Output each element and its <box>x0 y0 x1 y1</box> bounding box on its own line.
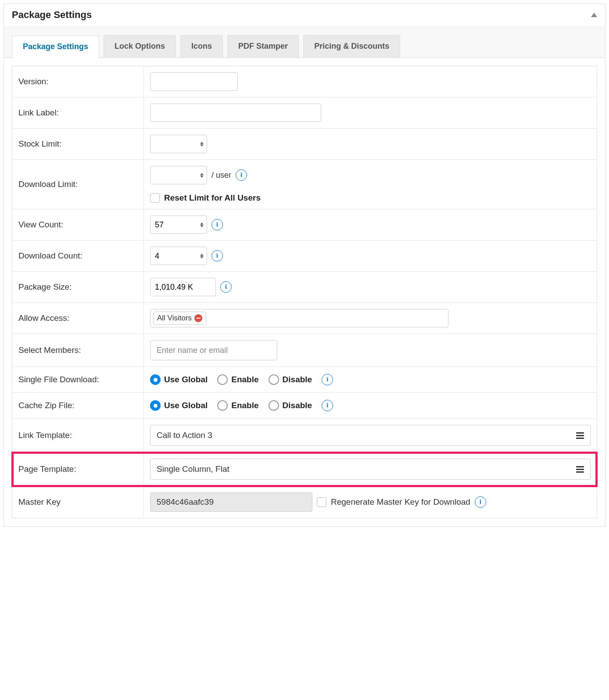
row-download-count: Download Count: i <box>12 241 597 272</box>
page-template-select[interactable]: Single Column, Flat <box>150 459 591 480</box>
radio-label: Enable <box>231 401 258 410</box>
row-link-template: Link Template: Call to Action 3 <box>12 419 597 452</box>
radio-czf-use-global[interactable] <box>150 400 161 411</box>
label-download-count: Download Count: <box>12 241 144 271</box>
row-download-limit: Download Limit: / user i Reset Limit for… <box>12 160 597 209</box>
link-label-input[interactable] <box>150 104 321 122</box>
label-link-label: Link Label: <box>12 97 144 128</box>
tab-pdf-stamper[interactable]: PDF Stamper <box>227 35 299 57</box>
link-template-value: Call to Action 3 <box>157 431 212 440</box>
reset-limit-label: Reset Limit for All Users <box>164 193 261 203</box>
view-count-input[interactable] <box>150 215 207 234</box>
radio-label: Disable <box>283 375 312 384</box>
label-allow-access: Allow Access: <box>12 303 144 334</box>
row-package-size: Package Size: i <box>12 272 597 303</box>
link-template-select[interactable]: Call to Action 3 <box>150 425 591 446</box>
radio-czf-enable[interactable] <box>217 400 228 411</box>
collapse-toggle-icon[interactable] <box>591 13 597 17</box>
master-key-value: 5984c46aafc39 <box>150 492 312 512</box>
row-version: Version: <box>12 66 597 97</box>
radio-label: Enable <box>231 375 258 384</box>
info-icon[interactable]: i <box>220 281 232 293</box>
info-icon[interactable]: i <box>475 496 486 508</box>
label-page-template: Page Template: <box>12 452 144 486</box>
info-icon[interactable]: i <box>322 400 333 411</box>
label-single-file-download: Single File Download: <box>12 367 144 392</box>
download-count-input[interactable] <box>150 247 207 265</box>
package-settings-panel: Package Settings Package Settings Lock O… <box>4 4 605 527</box>
tab-package-settings[interactable]: Package Settings <box>12 36 99 58</box>
row-master-key: Master Key 5984c46aafc39 Regenerate Mast… <box>12 486 597 518</box>
info-icon[interactable]: i <box>322 374 333 385</box>
row-cache-zip-file: Cache Zip File: Use Global Enable Disabl… <box>12 393 597 419</box>
info-icon[interactable]: i <box>211 250 223 262</box>
access-chip-label: All Visitors <box>157 314 192 323</box>
label-select-members: Select Members: <box>12 334 144 366</box>
panel-title: Package Settings <box>12 9 92 21</box>
radio-label: Use Global <box>164 401 208 410</box>
reset-limit-checkbox[interactable] <box>150 193 160 203</box>
info-icon[interactable]: i <box>236 169 247 181</box>
row-view-count: View Count: i <box>12 209 597 241</box>
menu-icon <box>576 466 584 473</box>
menu-icon <box>576 432 584 439</box>
panel-header: Package Settings <box>4 4 605 27</box>
radio-sfd-disable[interactable] <box>269 374 279 385</box>
row-allow-access: Allow Access: All Visitors <box>12 303 597 334</box>
row-page-template: Page Template: Single Column, Flat <box>12 452 597 486</box>
info-icon[interactable]: i <box>211 219 223 230</box>
label-view-count: View Count: <box>12 209 144 240</box>
regenerate-master-key-checkbox[interactable] <box>317 497 326 507</box>
row-select-members: Select Members: Enter name or email <box>12 334 597 367</box>
select-members-input[interactable]: Enter name or email <box>150 340 277 360</box>
access-chip: All Visitors <box>153 312 206 325</box>
radio-label: Disable <box>283 401 312 410</box>
stock-limit-input[interactable] <box>150 135 207 153</box>
label-master-key: Master Key <box>12 486 144 518</box>
tabbar: Package Settings Lock Options Icons PDF … <box>4 27 605 58</box>
page-template-value: Single Column, Flat <box>157 464 229 474</box>
download-limit-suffix: / user <box>211 171 231 180</box>
remove-chip-icon[interactable] <box>194 314 202 322</box>
allow-access-input[interactable]: All Visitors <box>150 309 448 327</box>
radio-label: Use Global <box>164 375 208 384</box>
version-input[interactable] <box>150 72 238 91</box>
package-size-input[interactable] <box>150 278 216 296</box>
tab-lock-options[interactable]: Lock Options <box>104 35 176 57</box>
radio-sfd-enable[interactable] <box>217 374 228 385</box>
settings-form: Version: Link Label: Stock Limit: Downlo… <box>12 66 597 518</box>
radio-czf-disable[interactable] <box>269 400 279 411</box>
label-package-size: Package Size: <box>12 272 144 302</box>
download-limit-input[interactable] <box>150 166 207 184</box>
radio-sfd-use-global[interactable] <box>150 374 161 385</box>
label-stock-limit: Stock Limit: <box>12 129 144 159</box>
row-single-file-download: Single File Download: Use Global Enable … <box>12 367 597 393</box>
label-download-limit: Download Limit: <box>12 160 144 209</box>
label-cache-zip-file: Cache Zip File: <box>12 393 144 418</box>
tab-icons[interactable]: Icons <box>180 35 223 57</box>
label-link-template: Link Template: <box>12 419 144 452</box>
label-version: Version: <box>12 66 144 97</box>
row-link-label: Link Label: <box>12 97 597 129</box>
tab-pricing-discounts[interactable]: Pricing & Discounts <box>303 35 400 57</box>
row-stock-limit: Stock Limit: <box>12 129 597 160</box>
regenerate-master-key-label: Regenerate Master Key for Download <box>331 497 470 507</box>
